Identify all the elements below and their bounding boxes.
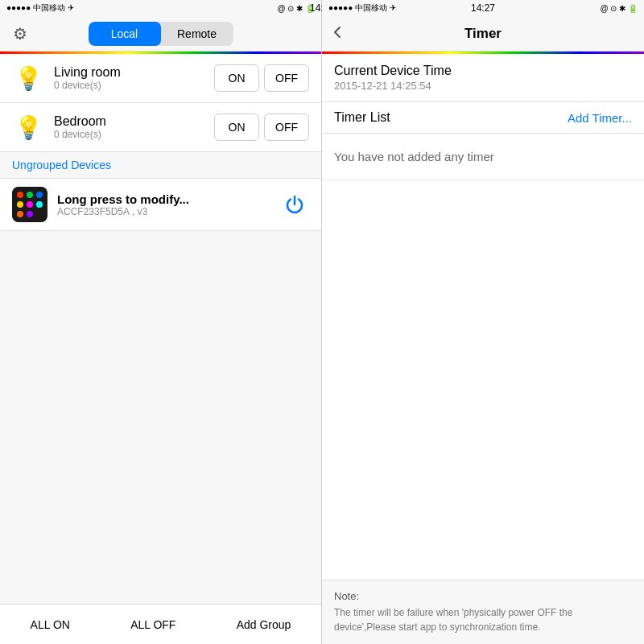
current-device-time-title: Current Device Time	[334, 64, 632, 78]
local-tab[interactable]: Local	[89, 22, 161, 46]
note-title: Note:	[334, 590, 632, 602]
device-info: Long press to modify... ACCF233F5D5A , v…	[57, 192, 270, 217]
timer-list-label: Timer List	[334, 110, 390, 125]
add-group-button[interactable]: Add Group	[237, 618, 291, 631]
living-room-icon: 💡	[12, 62, 44, 94]
bedroom-icon: 💡	[12, 111, 44, 143]
bedroom-off-button[interactable]: OFF	[264, 114, 309, 141]
note-text: The timer will be failure when 'physical…	[334, 605, 632, 634]
empty-timer-message: You have not added any timer	[322, 134, 644, 180]
add-timer-button[interactable]: Add Timer...	[568, 111, 632, 125]
bottom-bar: ALL ON ALL OFF Add Group	[0, 604, 321, 644]
device-name: Long press to modify...	[57, 192, 270, 206]
bedroom-on-button[interactable]: ON	[214, 114, 259, 141]
status-bar-left: ●●●●● 中国移动 ✈ 14:25 @ ⊙ ✱ 🔋	[0, 0, 321, 16]
status-bar-right: ●●●●● 中国移动 ✈ 14:27 @ ⊙ ✱ 🔋	[322, 0, 644, 16]
right-panel: ●●●●● 中国移动 ✈ 14:27 @ ⊙ ✱ 🔋 Timer Current…	[322, 0, 644, 644]
timer-list-empty-area	[322, 180, 644, 580]
status-icons-right: @ ⊙ ✱ 🔋	[601, 4, 638, 13]
svg-point-1	[17, 192, 23, 198]
carrier-right: ●●●●● 中国移动 ✈	[328, 2, 396, 14]
bedroom-info: Bedroom 0 device(s)	[54, 114, 204, 140]
bedroom-item: 💡 Bedroom 0 device(s) ON OFF	[0, 103, 321, 152]
bedroom-controls: ON OFF	[214, 114, 309, 141]
segment-control: Local Remote	[89, 22, 233, 46]
living-room-controls: ON OFF	[214, 64, 309, 92]
living-room-info: Living room 0 device(s)	[54, 65, 204, 91]
device-icon	[12, 187, 47, 222]
all-off-button[interactable]: ALL OFF	[130, 618, 175, 631]
svg-point-6	[36, 201, 43, 208]
device-power-button[interactable]	[280, 190, 309, 219]
svg-point-5	[27, 201, 33, 208]
timer-list-header: Timer List Add Timer...	[322, 102, 644, 134]
living-room-name: Living room	[54, 65, 204, 80]
device-id: ACCF233F5D5A , v3	[57, 206, 270, 217]
note-section: Note: The timer will be failure when 'ph…	[322, 580, 644, 644]
svg-point-4	[17, 201, 23, 208]
time-right: 14:27	[471, 2, 495, 14]
current-device-time-section: Current Device Time 2015-12-21 14:25:54	[322, 54, 644, 102]
carrier-left: ●●●●● 中国移动 ✈	[6, 2, 74, 14]
living-room-devices: 0 device(s)	[54, 80, 204, 91]
device-item: Long press to modify... ACCF233F5D5A , v…	[0, 179, 321, 231]
back-button[interactable]	[330, 23, 345, 44]
bedroom-name: Bedroom	[54, 114, 204, 129]
ungrouped-section-header: Ungrouped Devices	[0, 152, 321, 179]
header-right: Timer	[322, 16, 644, 52]
left-panel: ●●●●● 中国移动 ✈ 14:25 @ ⊙ ✱ 🔋 ⚙ Local Remot…	[0, 0, 322, 644]
all-on-button[interactable]: ALL ON	[31, 618, 70, 631]
living-room-item: 💡 Living room 0 device(s) ON OFF	[0, 54, 321, 103]
living-room-on-button[interactable]: ON	[214, 64, 259, 92]
remote-tab[interactable]: Remote	[161, 22, 233, 46]
current-device-timestamp: 2015-12-21 14:25:54	[334, 80, 632, 92]
svg-point-2	[27, 192, 33, 198]
bedroom-devices: 0 device(s)	[54, 129, 204, 140]
svg-point-7	[17, 211, 23, 217]
page-title: Timer	[464, 26, 502, 42]
header-left: ⚙ Local Remote	[0, 16, 321, 52]
svg-point-8	[27, 211, 33, 217]
settings-icon[interactable]: ⚙	[8, 22, 32, 46]
living-room-off-button[interactable]: OFF	[264, 64, 309, 92]
svg-point-3	[36, 192, 43, 198]
